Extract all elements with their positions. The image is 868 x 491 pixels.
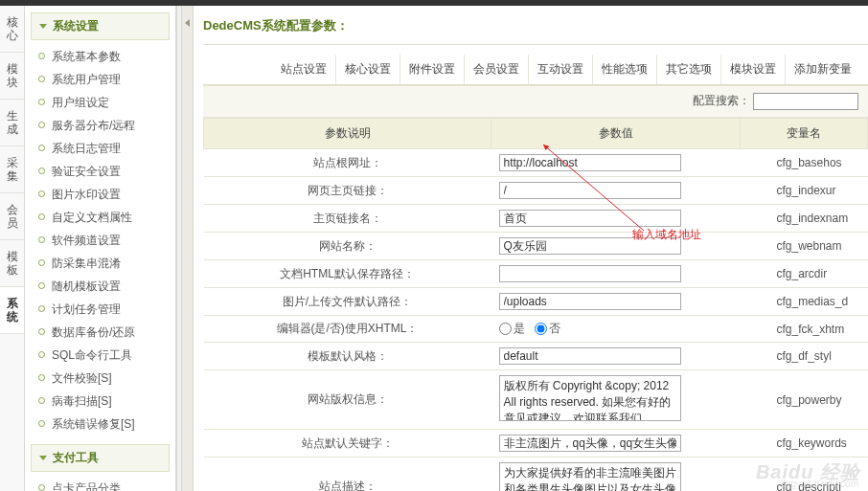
menu-group-label: 系统设置 <box>53 19 99 33</box>
table-row: 主页链接名：cfg_indexnam <box>204 205 868 233</box>
menu-item[interactable]: 图片水印设置 <box>25 183 175 206</box>
menu-item[interactable]: 防采集串混淆 <box>25 252 175 275</box>
tab-bar: 站点设置核心设置附件设置会员设置互动设置性能选项其它选项模块设置添加新变量 <box>203 45 868 85</box>
radio-no[interactable] <box>535 323 547 335</box>
menu-item[interactable]: 文件校验[S] <box>25 367 175 390</box>
tab-2[interactable]: 附件设置 <box>400 55 465 84</box>
param-var: cfg_indexur <box>741 177 868 205</box>
menu-item[interactable]: 数据库备份/还原 <box>25 321 175 344</box>
main-panel: DedeCMS系统配置参数： 站点设置核心设置附件设置会员设置互动设置性能选项其… <box>194 6 868 491</box>
tab-7[interactable]: 模块设置 <box>721 55 786 84</box>
table-row: 网站版权信息：cfg_powerby <box>204 370 868 430</box>
config-table: 参数说明 参数值 变量名 站点根网址：cfg_basehos网页主页链接：cfg… <box>203 118 868 491</box>
menu-item[interactable]: 系统日志管理 <box>25 137 175 160</box>
menu-item[interactable]: 随机模板设置 <box>25 275 175 298</box>
menu-item[interactable]: SQL命令行工具 <box>25 344 175 367</box>
param-value-cell <box>491 177 741 205</box>
menu-item[interactable]: 计划任务管理 <box>25 298 175 321</box>
sidebar-menu: 系统设置 系统基本参数系统用户管理用户组设定服务器分布/远程系统日志管理验证安全… <box>25 6 176 491</box>
left-tab-6[interactable]: 系统 <box>0 287 24 334</box>
param-var: cfg_df_styl <box>741 343 868 370</box>
menu-group-payment[interactable]: 支付工具 <box>31 444 170 472</box>
chevron-down-icon <box>39 24 47 29</box>
menu-group-system[interactable]: 系统设置 <box>31 12 170 40</box>
tab-0[interactable]: 站点设置 <box>272 55 336 84</box>
param-input[interactable] <box>499 237 681 255</box>
param-input[interactable] <box>499 347 681 365</box>
menu-item[interactable]: 服务器分布/远程 <box>25 114 175 137</box>
radio-yes-label: 是 <box>514 322 525 335</box>
param-input[interactable] <box>499 435 681 452</box>
table-row: 编辑器(是/否)使用XHTML：是否cfg_fck_xhtm <box>204 316 868 343</box>
table-row: 模板默认风格：cfg_df_styl <box>204 343 868 370</box>
param-var: cfg_medias_d <box>741 288 868 316</box>
menu-item[interactable]: 系统用户管理 <box>25 68 175 91</box>
left-tab-2[interactable]: 生成 <box>0 100 24 146</box>
tab-4[interactable]: 互动设置 <box>529 55 593 84</box>
table-row: 文档HTML默认保存路径：cfg_arcdir <box>204 260 868 288</box>
left-tab-1[interactable]: 模块 <box>0 53 24 100</box>
col-var: 变量名 <box>741 119 868 149</box>
radio-group: 是否 <box>499 322 570 335</box>
page-title: DedeCMS系统配置参数： <box>203 15 868 45</box>
param-var: cfg_webnam <box>741 233 868 260</box>
menu-item[interactable]: 验证安全设置 <box>25 160 175 183</box>
left-tab-4[interactable]: 会员 <box>0 193 24 240</box>
table-row: 站点根网址：cfg_basehos <box>204 149 868 177</box>
param-desc: 文档HTML默认保存路径： <box>204 260 491 288</box>
param-input[interactable] <box>499 210 681 227</box>
table-row: 网页主页链接：cfg_indexur <box>204 177 868 205</box>
param-var: cfg_indexnam <box>741 205 868 233</box>
menu-item[interactable]: 点卡产品分类 <box>25 477 175 491</box>
param-value-cell <box>491 458 741 492</box>
param-desc: 网页主页链接： <box>204 177 491 205</box>
param-textarea[interactable] <box>499 462 681 491</box>
table-row: 网站名称：cfg_webnam <box>204 233 868 260</box>
param-desc: 网站名称： <box>204 233 491 260</box>
radio-yes[interactable] <box>499 323 512 335</box>
param-var: cfg_keywords <box>741 430 868 458</box>
param-desc: 网站版权信息： <box>204 370 491 430</box>
param-value-cell <box>491 343 741 370</box>
param-input[interactable] <box>499 182 681 199</box>
param-desc: 编辑器(是/否)使用XHTML： <box>204 316 491 343</box>
col-desc: 参数说明 <box>204 119 491 149</box>
config-search-row: 配置搜索： <box>203 85 868 118</box>
menu-item[interactable]: 用户组设定 <box>25 91 175 114</box>
tab-3[interactable]: 会员设置 <box>465 55 529 84</box>
param-desc: 站点描述： <box>204 458 491 492</box>
param-textarea[interactable] <box>499 375 681 421</box>
left-tab-5[interactable]: 模板 <box>0 240 24 287</box>
table-row: 站点默认关键字：cfg_keywords <box>204 430 868 458</box>
search-label: 配置搜索： <box>693 94 750 107</box>
param-input[interactable] <box>499 293 681 310</box>
table-row: 图片/上传文件默认路径：cfg_medias_d <box>204 288 868 316</box>
param-value-cell <box>491 205 741 233</box>
config-search-input[interactable] <box>753 93 858 110</box>
menu-item[interactable]: 自定义文档属性 <box>25 206 175 229</box>
menu-item[interactable]: 病毒扫描[S] <box>25 390 175 413</box>
param-value-cell <box>491 430 741 458</box>
watermark-sub: jingyan.baidu.com <box>781 479 858 489</box>
tab-6[interactable]: 其它选项 <box>657 55 721 84</box>
param-var: cfg_powerby <box>741 370 868 430</box>
param-value-cell <box>491 233 741 260</box>
tab-5[interactable]: 性能选项 <box>593 55 657 84</box>
splitter-handle[interactable] <box>182 6 194 491</box>
param-desc: 图片/上传文件默认路径： <box>204 288 491 316</box>
menu-item[interactable]: 系统基本参数 <box>25 45 175 68</box>
param-var: cfg_arcdir <box>741 260 868 288</box>
col-val: 参数值 <box>491 119 741 149</box>
radio-no-label: 否 <box>549 322 560 335</box>
left-tab-3[interactable]: 采集 <box>0 146 24 193</box>
menu-item[interactable]: 系统错误修复[S] <box>25 413 175 435</box>
param-desc: 站点根网址： <box>204 149 491 177</box>
menu-item[interactable]: 软件频道设置 <box>25 229 175 252</box>
chevron-down-icon <box>39 456 47 460</box>
param-input[interactable] <box>499 265 681 282</box>
param-input[interactable] <box>499 154 681 171</box>
left-tab-0[interactable]: 核心 <box>0 6 24 53</box>
tab-8[interactable]: 添加新变量 <box>786 55 860 84</box>
menu-group-label: 支付工具 <box>53 451 99 464</box>
tab-1[interactable]: 核心设置 <box>336 55 400 84</box>
